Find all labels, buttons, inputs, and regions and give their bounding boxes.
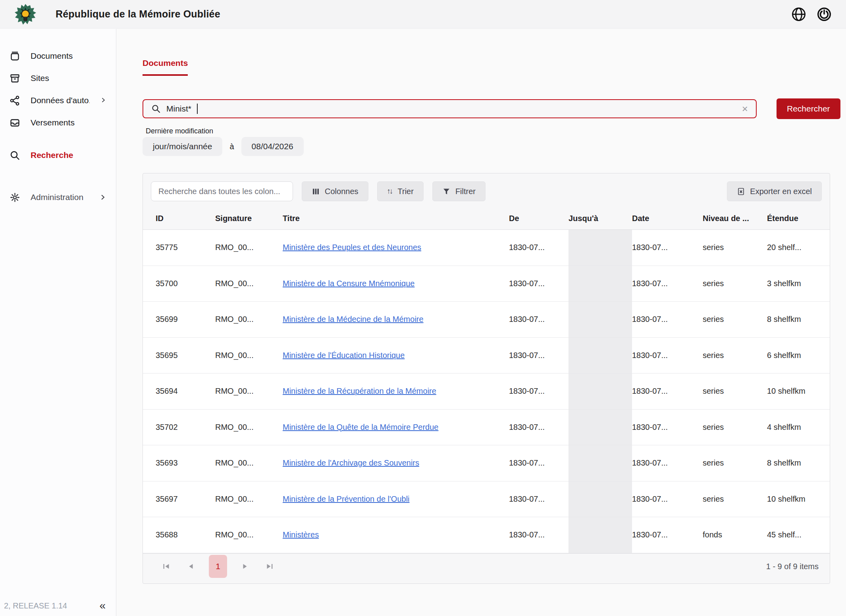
sidebar-item-administration[interactable]: Administration [0,186,116,208]
record-title-link[interactable]: Ministère de la Quête de la Mémoire Perd… [283,423,438,432]
page-title: République de la Mémoire Oubliée [56,8,220,20]
column-header-etendue[interactable]: Étendue [767,208,830,229]
sidebar-item-documents[interactable]: Documents [0,45,116,67]
columns-search-input[interactable] [151,181,293,201]
column-header-de[interactable]: De [509,208,568,229]
cell-niveau: series [703,266,767,302]
cell-de: 1830-07... [509,481,568,517]
next-page-icon[interactable] [241,562,249,571]
cell-de: 1830-07... [509,410,568,445]
table-row: 35702RMO_00...Ministère de la Quête de l… [143,410,830,446]
column-header-id[interactable]: ID [143,208,215,229]
column-header-date[interactable]: Date [632,208,703,229]
current-page-button[interactable]: 1 [209,555,227,578]
cell-titre: Ministère de la Récupération de la Mémoi… [283,373,509,409]
archive-jar-icon [10,51,20,62]
cell-niveau: series [703,445,767,481]
inbox-tray-icon [10,117,20,128]
search-icon [10,150,20,161]
cell-etendue: 8 shelfkm [767,445,830,481]
cell-date: 1830-07... [632,230,703,266]
cell-etendue: 8 shelfkm [767,302,830,337]
column-header-signature[interactable]: Signature [215,208,283,229]
sidebar-item-recherche[interactable]: Recherche [0,144,116,166]
columns-button[interactable]: Colonnes [302,181,368,201]
table-header-row: ID Signature Titre De Jusqu'à Date Nivea… [143,208,830,230]
tab-documents[interactable]: Documents [143,58,188,76]
cell-id: 35697 [143,481,215,517]
cell-niveau: series [703,481,767,517]
cell-etendue: 6 shelfkm [767,338,830,373]
results-grid: Colonnes ↑↓ Trier Filtrer Expor [143,173,830,584]
cell-signature: RMO_00... [215,338,283,373]
cell-niveau: series [703,410,767,445]
cell-jusqua [568,302,632,337]
cell-id: 35700 [143,266,215,302]
language-globe-icon[interactable] [791,7,806,22]
sidebar-item-label: Données d'auto... [31,96,90,105]
search-icon [151,104,161,114]
sidebar-item-sites[interactable]: Sites [0,67,116,89]
sort-button[interactable]: ↑↓ Trier [377,181,424,201]
sidebar-item-versements[interactable]: Versements [0,112,116,134]
first-page-icon[interactable] [162,562,171,571]
table-row: 35697RMO_00...Ministère de la Prévention… [143,481,830,518]
record-title-link[interactable]: Ministères [283,530,319,539]
sidebar: Documents Sites Données d'auto... [0,29,116,616]
logout-power-icon[interactable] [817,7,832,22]
record-title-link[interactable]: Ministère des Peuples et des Neurones [283,243,421,252]
table-row: 35700RMO_00...Ministère de la Censure Mn… [143,266,830,302]
rechercher-button[interactable]: Rechercher [777,98,840,119]
main-content: Documents Minist* × Rechercher Dernière … [117,29,846,616]
clear-search-icon[interactable]: × [742,104,748,114]
cell-date: 1830-07... [632,302,703,337]
cell-titre: Ministère de la Censure Mnémonique [283,266,509,302]
record-title-link[interactable]: Ministère de la Récupération de la Mémoi… [283,387,436,396]
date-to-field[interactable]: 08/04/2026 [241,137,304,156]
cell-niveau: series [703,230,767,266]
app-logo-icon [14,3,37,25]
cell-id: 35693 [143,445,215,481]
sidebar-item-label: Versements [31,118,106,127]
sidebar-item-label: Recherche [31,150,106,160]
cell-signature: RMO_00... [215,445,283,481]
record-title-link[interactable]: Ministère de la Prévention de l'Oubli [283,495,410,504]
cell-id: 35688 [143,517,215,553]
table-row: 35688RMO_00...Ministères1830-07...1830-0… [143,517,830,553]
cell-etendue: 10 shelfkm [767,373,830,409]
previous-page-icon[interactable] [187,562,195,571]
export-excel-button[interactable]: Exporter en excel [727,181,822,201]
cell-de: 1830-07... [509,338,568,373]
cell-jusqua [568,266,632,302]
search-input-value: Minist* [166,104,191,114]
last-page-icon[interactable] [265,562,274,571]
cell-jusqua [568,338,632,373]
cell-niveau: fonds [703,517,767,553]
search-input[interactable]: Minist* × [143,99,757,118]
cell-id: 35695 [143,338,215,373]
cell-titre: Ministères [283,517,509,553]
sidebar-item-donnees-autorite[interactable]: Données d'auto... [0,89,116,112]
date-from-field[interactable]: jour/mois/année [143,137,222,156]
record-title-link[interactable]: Ministère de la Médecine de la Mémoire [283,315,424,324]
chevron-right-icon [99,194,106,201]
record-title-link[interactable]: Ministère de l'Archivage des Souvenirs [283,458,419,468]
column-header-niveau[interactable]: Niveau de ... [703,208,767,229]
cell-id: 35702 [143,410,215,445]
search-row: Minist* × Rechercher [143,98,830,119]
columns-icon [312,187,320,196]
table-row: 35694RMO_00...Ministère de la Récupérati… [143,373,830,410]
date-joiner-label: à [229,142,234,151]
cell-jusqua [568,373,632,409]
record-title-link[interactable]: Ministère de la Censure Mnémonique [283,279,414,288]
record-title-link[interactable]: Ministère de l'Éducation Historique [283,351,405,360]
filter-button[interactable]: Filtrer [432,181,486,201]
cell-signature: RMO_00... [215,266,283,302]
column-header-titre[interactable]: Titre [283,208,509,229]
collapse-sidebar-icon[interactable]: « [94,600,110,611]
cell-titre: Ministère de la Quête de la Mémoire Perd… [283,410,509,445]
column-header-jusqua[interactable]: Jusqu'à [568,208,632,229]
sidebar-item-label: Documents [31,51,106,61]
sidebar-item-label: Administration [31,192,89,202]
cell-etendue: 4 shelfkm [767,410,830,445]
